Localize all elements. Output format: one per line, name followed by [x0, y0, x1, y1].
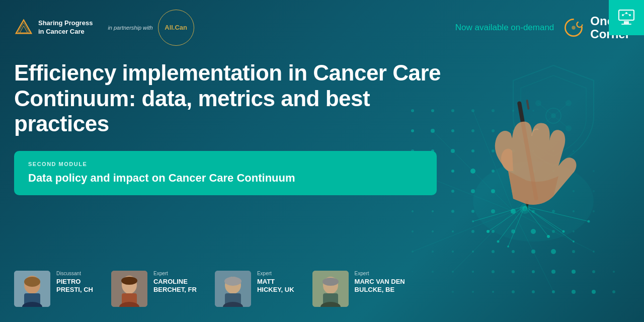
logo-section: Sharing Progress in Cancer Care	[14, 18, 93, 37]
svg-point-127	[507, 246, 509, 248]
svg-point-149	[572, 26, 576, 29]
speaker-4-info: Expert MARC VAN DEN BULCKE, BE	[355, 271, 405, 293]
svg-point-148	[577, 22, 583, 27]
ondemand-text: Now available on-demand	[455, 23, 554, 33]
speaker-2: Expert CAROLINE BERCHET, FR	[111, 271, 197, 307]
speaker-4-avatar	[312, 271, 349, 307]
svg-point-134	[522, 206, 527, 211]
svg-point-152	[24, 277, 40, 287]
ondemand-section: Now available on-demand Onco Corner	[455, 15, 630, 41]
svg-point-55	[412, 230, 414, 232]
hand-illustration	[438, 50, 629, 262]
module-card: SECOND MODULE Data policy and impact on …	[14, 151, 437, 196]
svg-point-46	[432, 210, 434, 212]
svg-point-75	[432, 271, 434, 273]
speaker-3-role: Expert	[257, 271, 294, 276]
speaker-4-role: Expert	[355, 271, 405, 276]
speaker-1-avatar	[14, 271, 50, 307]
svg-point-125	[487, 230, 490, 233]
main-container: // dots rendered inline below	[0, 0, 644, 322]
speaker-1-role: Discussant	[56, 271, 93, 276]
speaker-3-name: MATT HICKEY, UK	[257, 278, 294, 293]
speaker-1: Discussant PIETRO PRESTI, CH	[14, 271, 93, 307]
module-title: Data policy and impact on Cancer Care Co…	[28, 171, 423, 186]
svg-point-87	[472, 291, 474, 293]
svg-point-126	[497, 240, 500, 243]
svg-point-162	[224, 277, 242, 286]
svg-rect-115	[526, 100, 529, 110]
monitor-icon	[616, 8, 636, 28]
corner-accent	[609, 0, 644, 35]
allcan-logo: All.Can	[158, 10, 194, 46]
svg-rect-137	[621, 24, 631, 25]
speakers-section: Discussant PIETRO PRESTI, CH	[14, 271, 405, 307]
svg-point-88	[492, 291, 494, 293]
svg-point-129	[562, 230, 565, 233]
svg-point-79	[512, 270, 515, 273]
svg-point-167	[323, 278, 339, 286]
speaker-4: Expert MARC VAN DEN BULCKE, BE	[312, 271, 405, 307]
svg-point-93	[592, 290, 596, 294]
svg-point-90	[532, 290, 535, 293]
svg-point-131	[472, 220, 474, 222]
svg-point-86	[452, 291, 454, 293]
svg-point-81	[551, 270, 555, 274]
speaker-3: Expert MATT HICKEY, UK	[215, 271, 294, 307]
svg-point-132	[588, 220, 590, 223]
partnership-label: in partnership with	[108, 25, 152, 31]
speaker-2-info: Expert CAROLINE BERCHET, FR	[153, 271, 197, 293]
svg-point-78	[492, 270, 495, 273]
svg-point-74	[412, 271, 413, 272]
svg-point-92	[572, 290, 576, 294]
svg-point-84	[613, 271, 615, 273]
partnership-section: in partnership with All.Can	[108, 10, 194, 46]
speaker-2-avatar	[111, 271, 147, 307]
module-label: SECOND MODULE	[28, 161, 423, 167]
svg-point-94	[612, 290, 615, 293]
spcc-logo-icon	[14, 18, 33, 37]
svg-point-56	[432, 230, 434, 232]
svg-point-130	[573, 240, 575, 243]
main-title: Efficiency implementation in Cancer Care…	[14, 60, 458, 137]
logo-text: Sharing Progress in Cancer Care	[38, 19, 93, 36]
svg-point-85	[432, 291, 433, 292]
svg-line-142	[626, 13, 630, 15]
svg-point-77	[472, 271, 474, 273]
speaker-4-name: MARC VAN DEN BULCKE, BE	[355, 278, 405, 293]
svg-point-89	[512, 290, 515, 293]
svg-rect-136	[624, 21, 629, 24]
allcan-text: All.Can	[165, 24, 187, 32]
speaker-1-info: Discussant PIETRO PRESTI, CH	[56, 271, 93, 293]
main-content: Efficiency implementation in Cancer Care…	[14, 60, 458, 195]
svg-point-65	[432, 251, 434, 253]
svg-point-45	[412, 210, 414, 212]
svg-point-83	[592, 270, 595, 273]
speaker-3-info: Expert MATT HICKEY, UK	[257, 271, 294, 293]
svg-marker-143	[16, 20, 31, 34]
oncocorner-icon	[562, 16, 585, 39]
speaker-2-role: Expert	[153, 271, 197, 276]
header: Sharing Progress in Cancer Care in partn…	[0, 0, 644, 55]
speaker-2-name: CAROLINE BERCHET, FR	[153, 278, 197, 293]
svg-point-80	[532, 270, 535, 273]
svg-point-128	[547, 235, 550, 238]
speaker-1-name: PIETRO PRESTI, CH	[56, 278, 93, 293]
speaker-3-avatar	[215, 271, 251, 307]
svg-point-82	[572, 270, 576, 274]
svg-line-141	[623, 13, 626, 15]
svg-rect-135	[619, 10, 634, 20]
